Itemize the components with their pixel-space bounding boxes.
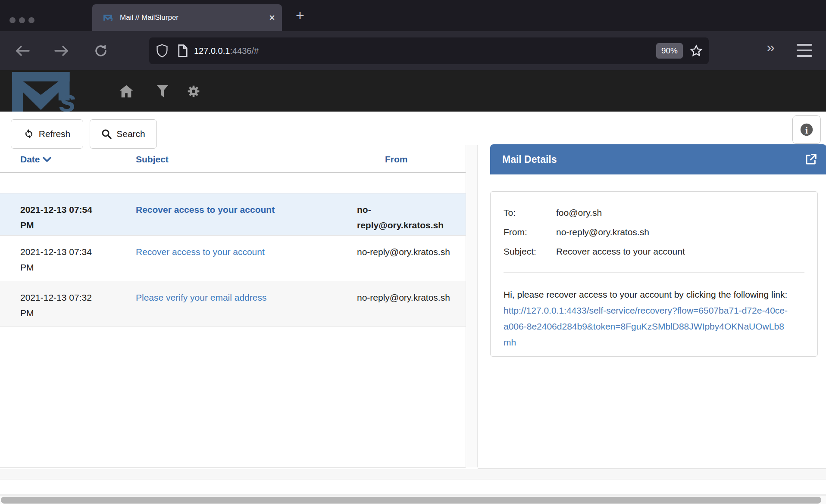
row-date: 2021-12-13 07:54 PM [20,202,100,233]
search-button[interactable]: Search [90,119,157,149]
bookmark-star-icon[interactable] [690,44,703,57]
url-path: :4436/# [230,46,259,56]
from-label: From: [504,222,556,242]
row-subject-link[interactable]: Recover access to your account [136,205,275,215]
row-date: 2021-12-13 07:34 PM [20,244,100,275]
close-tab-icon[interactable]: × [269,12,275,23]
horizontal-scrollbar-track[interactable] [0,496,826,504]
mail-details-card: To: foo@ory.sh From: no-reply@ory.kratos… [490,191,818,357]
mail-details-title: Mail Details [502,154,804,165]
search-label: Search [116,129,145,139]
svg-text:s: s [110,16,113,22]
window-control-dot[interactable] [19,17,25,23]
info-button[interactable]: i [792,115,821,144]
mail-list-row-selected[interactable]: 2021-12-13 07:54 PM Recover access to yo… [0,193,466,235]
url-bar[interactable]: 127.0.0.1:4436/# 90% [149,37,709,64]
browser-tab[interactable]: s Mail // MailSlurper × [92,4,282,31]
forward-icon[interactable] [52,41,71,60]
sort-desc-icon [43,156,51,162]
overflow-chevrons-icon[interactable]: » [767,39,773,56]
row-from: no-reply@ory.kratos.sh [357,202,451,233]
header-divider [0,172,478,173]
url-text: 127.0.0.1:4436/# [194,46,259,56]
footer-strip [0,469,826,479]
reload-icon[interactable] [91,41,110,60]
mailslurper-favicon: s [103,13,115,22]
home-icon[interactable] [119,84,134,99]
mail-list-row[interactable]: 2021-12-13 07:34 PM Recover access to yo… [0,235,466,281]
refresh-button[interactable]: Refresh [11,119,83,149]
refresh-icon [24,129,34,139]
browser-nav-bar: 127.0.0.1:4436/# 90% » [0,31,826,70]
row-date: 2021-12-13 07:32 PM [20,290,100,321]
recovery-link[interactable]: http://127.0.0.1:4433/self-service/recov… [504,305,788,347]
row-subject-link[interactable]: Recover access to your account [136,247,265,257]
row-from: no-reply@ory.kratos.sh [357,244,451,260]
info-icon: i [799,122,814,137]
browser-tab-bar: s Mail // MailSlurper × + [0,0,826,31]
horizontal-scrollbar-thumb[interactable] [1,497,821,504]
mail-list-row[interactable]: 2021-12-13 07:32 PM Please verify your e… [0,281,466,327]
row-subject-link[interactable]: Please verify your email address [136,292,266,302]
to-label: To: [504,203,556,222]
window-control-dot[interactable] [9,17,16,23]
row-from: no-reply@ory.kratos.sh [357,290,451,305]
meta-from: From: no-reply@ory.kratos.sh [504,222,804,242]
new-tab-button[interactable]: + [296,7,304,24]
to-value: foo@ory.sh [556,203,804,222]
browser-window: s Mail // MailSlurper × + 127.0.0.1:4436… [0,0,826,504]
mailslurper-logo: s [10,72,90,112]
shield-icon[interactable] [156,44,168,58]
svg-text:s: s [59,84,76,112]
column-header-subject[interactable]: Subject [136,154,169,165]
svg-text:i: i [805,125,808,136]
meta-subject: Subject: Recover access to your account [504,242,804,261]
external-link-icon[interactable] [804,152,818,166]
meta-to: To: foo@ory.sh [504,203,804,222]
details-divider [504,272,804,273]
column-header-from[interactable]: From [385,154,408,165]
tab-title: Mail // MailSlurper [120,13,269,22]
search-icon [101,129,112,139]
back-icon[interactable] [13,41,32,60]
subject-value: Recover access to your account [556,242,804,261]
mail-details-header: Mail Details [490,144,826,174]
list-bottom-border [0,467,466,468]
refresh-label: Refresh [39,129,71,139]
zoom-level-badge[interactable]: 90% [656,43,683,59]
url-host: 127.0.0.1 [194,46,230,56]
filter-icon[interactable] [155,84,170,99]
mail-body-text: Hi, please recover access to your accoun… [504,289,787,299]
subject-label: Subject: [504,242,556,261]
mail-body: Hi, please recover access to your accoun… [504,286,788,350]
page-icon[interactable] [178,44,188,57]
gear-icon[interactable] [186,84,201,99]
from-value: no-reply@ory.kratos.sh [556,222,804,242]
app-header: s [0,70,826,112]
window-control-dot[interactable] [28,17,34,23]
column-header-date[interactable]: Date [20,154,51,165]
menu-icon[interactable] [797,44,812,57]
vertical-scrollbar-track[interactable] [466,145,478,467]
